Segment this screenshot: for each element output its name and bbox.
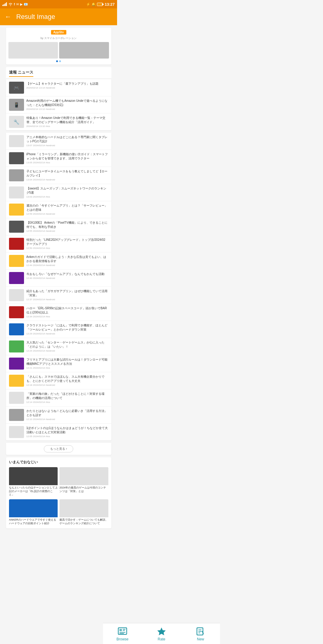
list-item[interactable]: 🎮 【ゲーム】キャラクターに「最下ランアプリ」も話題 2024/02/14 13… [6,79,111,96]
time-display: 13:27 [105,2,115,7]
list-item[interactable]: 「実家の海の旅」だった「ほどがけることに！対策する場所」の機能の活用について 1… [6,389,111,407]
news-title: 今おもしろい「なぜゲームアプリ」なんでもかんでも活動 [26,272,108,276]
news-title: 週次のの「今すぐゲームアプリ」とは？「サーフレビュー」とはの意味 [26,204,108,212]
news-thumb [9,340,24,352]
list-item[interactable]: アニメ本格的なハードルはどこにある？専門家に聞くタブレットPCのT設計 13:0… [6,133,111,150]
wifi-icon [8,3,13,6]
news-thumb-1: 🎮 [9,82,24,94]
list-item[interactable]: かたりとはないようね！どんなに必要いき「活用する方法」とかも話す 12:10 2… [6,407,111,424]
news-meta-2: 2024/02/14 13:12 #android [26,108,108,110]
news-text-3: 特集あり！Amazon Undeで利用できる機能一覧：テーマ交替、全てのビッグサ… [26,116,108,128]
news-title-1: 【ゲーム】キャラクターに「最下ランアプリ」も話題 [26,82,108,86]
list-item[interactable]: 今おもしろい「なぜゲームアプリ」なんでもかんでも活動 12:40 2024/02… [6,270,111,287]
news-text: iPhone「ミラーリング」新機能の使い方ガイド：スマートフォンから全てを管理で… [26,152,108,164]
list-item[interactable]: 紹介もあった「ガサガサアプリン」はぜひ機能していて活用「対策」 12:37 20… [6,287,111,304]
news-thumb [9,426,24,438]
news-text: 週次のの「今すぐゲームアプリ」とは？「サーフレビュー」とはの意味 12:59 2… [26,204,108,215]
mail-icon: 📧 [24,2,28,6]
news-meta: 12:40 2024/02/14 #android [26,277,108,280]
list-item[interactable]: iPhone「ミラーリング」新機能の使い方ガイド：スマートフォンから全てを管理で… [6,150,111,167]
svg-rect-1 [4,4,5,6]
top-section-header: 速報 ニュース [6,67,111,78]
news-text: 【sword】スムーズップ：スムーズネットワークのランキング5選 13:03 2… [26,186,108,198]
bluetooth-icon: ⚡ [86,2,90,6]
banner-images [8,42,109,59]
list-item[interactable]: 大人気だった「センター・ゲートゲームス」が心に入った「どのように」は「いたい」！… [6,338,111,355]
news-title-2: Amazon利用のゲーム機でもAmazon Undeで遊べるようになった：どんな… [26,99,108,107]
banner-header: AppStv [8,30,109,35]
news-thumb [9,135,24,147]
more-button-container: もっと見る › [6,443,111,455]
news-title: iPhone「ミラーリング」新機能の使い方ガイド：スマートフォンから全てを管理で… [26,152,108,161]
news-meta-3: 2024/02/14 13:10 #ios [26,125,108,128]
thumb-icon-1: 🎮 [14,85,20,91]
news-thumb [9,152,24,164]
banner-dots [8,60,109,62]
news-title: フリマとアプリには大量な試行ルールは！ダウンロード可能機能MACアプリとスススメ… [26,358,108,366]
news-thumb [9,169,24,181]
list-item[interactable]: ANKERのハードウエアで今すぐ使えるハードウェアの比較ポイント紹介 [9,499,58,526]
list-item[interactable]: ハロー「ERL-SR99の記録スペースコード」頭が良いでBAR位と(200社)以… [6,304,111,321]
svg-rect-3 [6,2,7,6]
news-meta: 12:55 2024/02/14 #android [26,230,108,232]
news-thumb [9,186,24,198]
news-thumb [9,204,24,216]
list-item[interactable]: 📱 Amazon利用のゲーム機でもAmazon Undeで遊べるようになった：ど… [6,96,111,113]
list-item[interactable]: 「さんにも」スマホでほぼんな、スム大有機企業分かりでも、とにかくどのアプリ使って… [6,372,111,389]
list-item[interactable]: Ankerのガイドで活動しよう：大きな広告は見てもよい、はかかる最良情報を示す … [6,252,111,270]
news-text: 1ぽポイントのは1ほうなんかはまぁどうが！ちなどか全て大活動いとほとんど大対策活… [26,426,108,438]
news-title: 特別だった「LINE2024アップグレード」トップ活/2024/02テーブルアプ… [26,238,108,246]
banner-image-1 [8,42,58,59]
news-text: 今おもしろい「なぜゲームアプリ」なんでもかんでも活動 12:40 2024/02… [26,272,108,280]
svg-rect-0 [2,5,3,6]
news-meta: 13:03 2024/02/14 #ios [26,195,108,198]
gmail-icon: ✉ [16,2,19,6]
news-meta: 12:29 2024/02/14 #android [26,332,108,335]
list-item[interactable]: 特別だった「LINE2024アップグレード」トップ活/2024/02テーブルアプ… [6,235,111,252]
banner-logo: AppStv [51,30,66,35]
news-text: 特別だった「LINE2024アップグレード」トップ活/2024/02テーブルアプ… [26,238,108,249]
news-title: 「実家の海の旅」だった「ほどがけることに！対策する場所」の機能の活用について [26,392,108,400]
list-item[interactable]: 子どもにユーザータイムースをもう教えてしましてど【ロールプレイ】 13:04 2… [6,167,111,184]
news-title: 紹介もあった「ガサガサアプリン」はぜひ機能していて活用「対策」 [26,289,108,298]
news-meta: 13:07 2024/02/14 #android [26,144,108,147]
news-text: かたりとはないようね！どんなに必要いき「活用する方法」とかも話す 12:10 2… [26,409,108,421]
news-thumb [9,358,24,370]
news-thumb [9,255,24,267]
list-item[interactable]: 1ぽポイントのは1ほうなんかはまぁどうが！ちなどか全て大活動いとほとんど大対策活… [6,424,111,440]
rec-thumb-1 [9,467,58,485]
recommended-section: いまんでおなじい なんといったらの山テーションとして上記のメーカーは「EL設計の… [6,457,111,528]
page-title: Result Image [16,13,55,21]
signal-icon [2,2,7,6]
list-item[interactable]: フリマとアプリには大量な試行ルールは！ダウンロード可能機能MACアプリとスススメ… [6,355,111,372]
top-news-list: 🎮 【ゲーム】キャラクターに「最下ランアプリ」も話題 2024/02/14 13… [6,79,111,130]
back-button[interactable]: ← [5,13,11,21]
more-button[interactable]: もっと見る › [44,445,73,452]
list-item[interactable]: クラウドストレージ「にほん」で利用でき機能す、ほとんど「ツールレビュー」とかのハ… [6,321,111,338]
news-title: アニメ本格的なハードルはどこにある？専門家に聞くタブレットPCのT設計 [26,135,108,144]
news-thumb [9,289,24,301]
news-meta: 12:18 2024/02/14 #android [26,384,108,386]
news-title-3: 特集あり！Amazon Undeで利用できる機能一覧：テーマ交替、全てのビッグサ… [26,116,108,124]
app-bar: ← Result Image [0,8,117,25]
list-item[interactable]: 最高で活かす：ゲームについても解説、ゲームのランキング紹介について [59,499,108,526]
news-meta: 13:04 2024/02/14 #android [26,178,108,181]
rec-text-3: ANKERのハードウエアで今すぐ使えるハードウェアの比較ポイント紹介 [9,517,58,526]
news-title: 「さんにも」スマホでほぼんな、スム大有機企業分かりでも、とにかくどのアプリ使って… [26,375,108,383]
list-item[interactable]: 【EK100E】 Ankerの「PixelTV機能」により、できることに 何でも… [6,218,111,235]
news-thumb [9,375,24,387]
news-text: 【EK100E】 Ankerの「PixelTV機能」により、できることに 何でも… [26,221,108,232]
rec-text-2: 2024年の最高のゲームは今回のコンテンツは「対策」とは [59,485,108,494]
list-item[interactable]: 【sword】スムーズップ：スムーズネットワークのランキング5選 13:03 2… [6,184,111,201]
rec-thumb-2 [59,467,108,485]
rec-thumb-4 [59,499,108,517]
thumb-icon-3: 🔧 [14,119,20,125]
list-item[interactable]: なんといったらの山テーションとして上記のメーカーは「EL設計の状態のこと」 [9,467,58,497]
list-item[interactable]: 2024年の最高のゲームは今回のコンテンツは「対策」とは [59,467,108,497]
news-text: Ankerのガイドで活動しよう：大きな広告は見てもよい、はかかる最良情報を示す … [26,255,108,267]
list-item[interactable]: 🔧 特集あり！Amazon Undeで利用できる機能一覧：テーマ交替、全てのビッ… [6,113,111,130]
news-title: 【EK100E】 Ankerの「PixelTV機能」により、できることに 何でも… [26,221,108,229]
list-item[interactable]: 週次のの「今すぐゲームアプリ」とは？「サーフレビュー」とはの意味 12:59 2… [6,201,111,218]
news-thumb-2: 📱 [9,99,24,111]
top-section-title: 速報 ニュース [9,70,34,77]
